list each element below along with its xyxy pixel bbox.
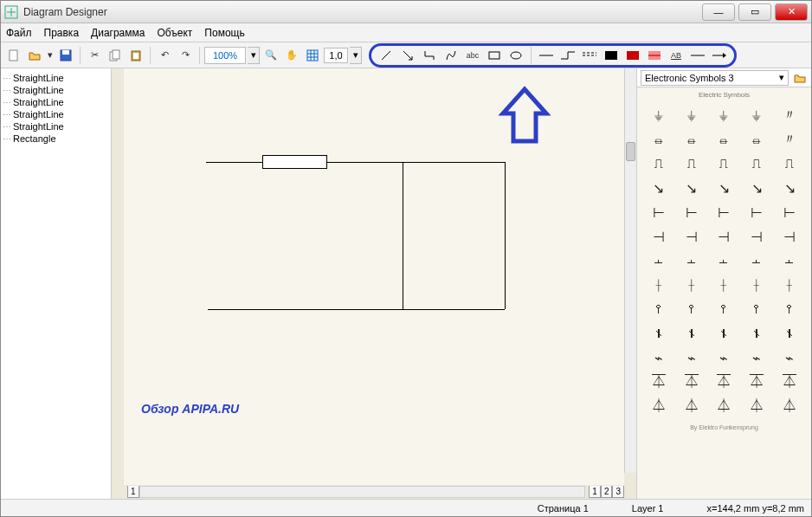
symbol[interactable]: ⊣ [677, 227, 706, 246]
symbol[interactable]: ⫮ [710, 324, 739, 343]
canvas[interactable]: Обзор APIPA.RU [124, 68, 624, 485]
symbol[interactable]: ⫠ [742, 251, 771, 270]
symbol[interactable]: ⏛ [677, 130, 706, 149]
symbol[interactable]: ⫯ [710, 300, 739, 319]
tree-item[interactable]: StraightLine [3, 108, 109, 120]
symbol[interactable]: ⫯ [742, 300, 771, 319]
symbol[interactable]: ⌁ [644, 348, 673, 367]
diagram-line[interactable] [327, 162, 505, 163]
symbol[interactable]: ⊢ [775, 203, 804, 222]
diagram-line[interactable] [403, 162, 403, 309]
line-style-step[interactable] [558, 46, 577, 65]
menu-object[interactable]: Объект [157, 27, 192, 39]
arrow-start[interactable] [688, 46, 707, 65]
symbol[interactable]: ⊢ [677, 203, 706, 222]
symbol[interactable]: ⫮ [775, 324, 804, 343]
grid-toggle-button[interactable] [303, 46, 322, 65]
symbol[interactable]: ⏃ [677, 397, 706, 416]
ellipse-tool[interactable] [506, 46, 525, 65]
symbol[interactable]: ⫯ [775, 300, 804, 319]
symbol[interactable]: ⎍ [644, 154, 673, 173]
menu-edit[interactable]: Правка [44, 27, 80, 39]
tree-item[interactable]: StraightLine [3, 84, 109, 96]
undo-button[interactable]: ↶ [155, 46, 174, 65]
symbol[interactable]: ⊢ [742, 203, 771, 222]
symbol[interactable]: ⏃ [710, 397, 739, 416]
copy-button[interactable] [106, 46, 125, 65]
tree-item[interactable]: StraightLine [3, 72, 109, 84]
redo-button[interactable]: ↷ [176, 46, 195, 65]
symbol[interactable]: ↘ [775, 178, 804, 197]
symbol[interactable]: ↘ [677, 178, 706, 197]
symbol[interactable]: ⏚ [710, 106, 739, 125]
symbol[interactable]: ⟊ [710, 275, 739, 294]
symbol[interactable]: ⫠ [775, 251, 804, 270]
minimize-button[interactable]: — [702, 3, 735, 21]
pan-tool-button[interactable]: ✋ [282, 46, 301, 65]
curve-tool[interactable] [441, 46, 461, 65]
symbol[interactable]: ⫠ [644, 251, 673, 270]
symbol[interactable]: ↘ [644, 178, 673, 197]
page-tab-1[interactable]: 1 [589, 486, 601, 498]
symbol[interactable]: ⌁ [677, 348, 706, 367]
symbol[interactable]: 〃 [775, 106, 804, 125]
symbol[interactable]: ⏃ [775, 397, 804, 416]
zoom-dropdown[interactable]: ▾ [248, 47, 260, 64]
arrow-tool[interactable] [398, 46, 417, 65]
symbol[interactable]: ⫮ [644, 324, 673, 343]
arrow-end[interactable] [710, 46, 729, 65]
symbol[interactable]: ⎍ [710, 154, 739, 173]
symbol[interactable]: ⫮ [677, 324, 706, 343]
diagram-line[interactable] [206, 162, 262, 163]
symbol[interactable]: ⏄ [677, 372, 706, 391]
symbol[interactable]: ⫯ [677, 300, 706, 319]
symbol[interactable]: ⫠ [677, 251, 706, 270]
symbol[interactable]: ⏚ [677, 106, 706, 125]
menu-file[interactable]: Файл [6, 27, 32, 39]
horizontal-scrollbar[interactable] [139, 486, 586, 498]
symbol[interactable]: ⊣ [710, 227, 739, 246]
zoom-tool-button[interactable]: 🔍 [261, 46, 280, 65]
symbol[interactable]: ⏚ [742, 106, 771, 125]
symbol[interactable]: ⊢ [644, 203, 673, 222]
cut-button[interactable]: ✂ [85, 46, 104, 65]
rect-tool[interactable] [485, 46, 504, 65]
symbol[interactable]: ⟊ [742, 275, 771, 294]
symbol[interactable]: ⊣ [775, 227, 804, 246]
symbol[interactable]: ⌁ [710, 348, 739, 367]
diagram-line[interactable] [208, 309, 505, 310]
symbol[interactable]: ⏃ [644, 397, 673, 416]
tree-item[interactable]: StraightLine [3, 120, 109, 132]
new-button[interactable] [4, 46, 23, 65]
symbol[interactable]: ⎍ [775, 154, 804, 173]
symbol[interactable]: ⫠ [710, 251, 739, 270]
fill-black[interactable] [602, 46, 621, 65]
symbol[interactable]: ⟊ [677, 275, 706, 294]
symbol[interactable]: ⏛ [644, 130, 673, 149]
menu-diagram[interactable]: Диаграмма [91, 27, 145, 39]
diagram-rectangle[interactable] [262, 155, 327, 169]
symbol[interactable]: ⫯ [644, 300, 673, 319]
symbol[interactable]: ⫮ [742, 324, 771, 343]
fill-red[interactable] [623, 46, 642, 65]
symbol[interactable]: ↘ [742, 178, 771, 197]
symbol[interactable]: ↘ [710, 178, 739, 197]
symbol[interactable]: ⏛ [710, 130, 739, 149]
page-tab-2[interactable]: 2 [601, 486, 613, 498]
fill-gradient[interactable] [645, 46, 664, 65]
symbol[interactable]: ⏄ [644, 372, 673, 391]
symbol[interactable]: ⏚ [644, 106, 673, 125]
line-thin[interactable] [537, 46, 556, 65]
symbol[interactable]: ⏃ [742, 397, 771, 416]
symbol[interactable]: ⎍ [677, 154, 706, 173]
open-button[interactable] [25, 46, 44, 65]
symbol[interactable]: ⌁ [742, 348, 771, 367]
save-button[interactable] [56, 46, 75, 65]
symbol[interactable]: ⏄ [710, 372, 739, 391]
palette-open-button[interactable] [792, 70, 808, 86]
symbol[interactable]: ⌁ [775, 348, 804, 367]
line-tool[interactable] [377, 46, 396, 65]
tree-item[interactable]: Rectangle [3, 132, 109, 145]
text-style[interactable]: AB [667, 46, 686, 65]
symbol[interactable]: ⏛ [742, 130, 771, 149]
